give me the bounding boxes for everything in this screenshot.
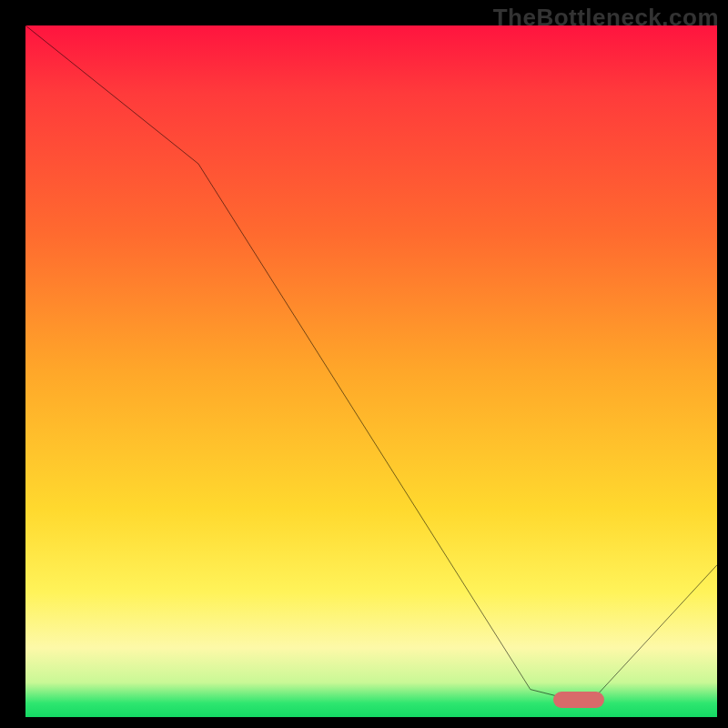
bottleneck-curve	[25, 25, 717, 717]
chart-frame: TheBottleneck.com	[0, 0, 728, 728]
curve-path	[25, 25, 717, 700]
plot-area	[25, 25, 717, 717]
optimal-marker	[553, 692, 604, 708]
